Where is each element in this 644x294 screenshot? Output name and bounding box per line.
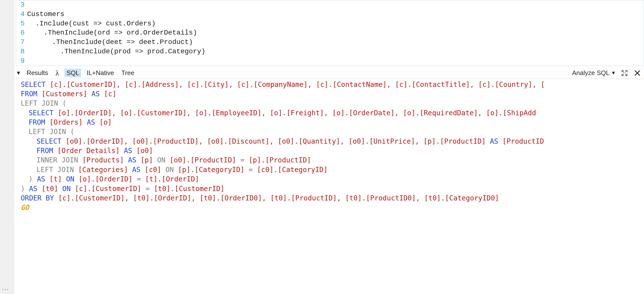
tab-tree[interactable]: Tree — [120, 69, 136, 77]
sql-keyword: AS — [490, 137, 502, 145]
gutter-ellipsis[interactable]: ... — [2, 284, 9, 291]
sql-punct: ( — [70, 128, 74, 136]
sql-keyword: LEFT JOIN — [21, 99, 62, 107]
line-number: 3 — [20, 0, 25, 10]
code-line: Customers — [27, 10, 206, 19]
sql-line: FROM [Customers] AS [c] — [21, 89, 644, 99]
code-line: .ThenInclude(deet => deet.Product) — [27, 38, 206, 47]
line-number: 5 — [20, 19, 25, 28]
sql-keyword: SELECT — [36, 137, 66, 145]
sql-identifier: [o0].[ProductID] — [170, 156, 240, 164]
sql-identifier: [o0].[OrderID], [o0].[ProductID], [o0].[… — [66, 137, 490, 145]
sql-punct: = — [240, 156, 249, 164]
sql-identifier: [Customers] — [42, 90, 91, 98]
tab-il-native[interactable]: IL+Native — [85, 69, 116, 77]
sql-keyword: AS — [128, 156, 141, 164]
sql-keyword: ON — [157, 156, 170, 164]
sql-keyword: AS — [124, 147, 136, 155]
sql-identifier: [p] — [140, 156, 157, 164]
sql-line: SELECT [o].[OrderID], [o].[CustomerID], … — [21, 108, 644, 118]
code-line: .ThenInclude(ord => ord.OrderDetails) — [27, 28, 206, 38]
code-line — [27, 0, 206, 10]
line-number: 8 — [20, 47, 25, 56]
sql-line: LEFT JOIN ( — [21, 99, 644, 108]
sql-identifier: [Categories] — [78, 166, 132, 174]
sql-identifier: [t0] — [42, 185, 62, 193]
collapse-icon[interactable]: ▼ — [16, 70, 21, 76]
sql-line: ) AS [t] ON [o].[OrderID] = [t].[OrderID… — [21, 175, 644, 184]
sql-keyword: AS — [37, 175, 50, 183]
code-line — [27, 56, 206, 66]
close-icon[interactable] — [633, 69, 642, 77]
sql-keyword: ON — [166, 166, 178, 174]
sql-line: LEFT JOIN ( — [21, 127, 644, 137]
sql-keyword: ON — [66, 175, 79, 183]
sql-keyword: ON — [62, 185, 75, 193]
sql-identifier: [o].[OrderID] — [78, 175, 137, 183]
code-content[interactable]: Customers .Include(cust => cust.Orders) … — [27, 0, 206, 66]
sql-line: ) AS [t0] ON [c].[CustomerID] = [t0].[Cu… — [21, 184, 644, 193]
line-number: 6 — [20, 28, 25, 38]
sql-line: FROM [Order Details] AS [o0] — [21, 146, 644, 156]
sql-keyword: AS — [92, 90, 104, 98]
sql-line: INNER JOIN [Products] AS [p] ON [o0].[Pr… — [21, 156, 644, 165]
sql-identifier: [c] — [104, 90, 116, 98]
sql-keyword: LEFT JOIN — [28, 128, 70, 136]
sql-line: FROM [Orders] AS [o] — [21, 118, 644, 127]
sql-identifier: [t] — [49, 175, 66, 183]
sql-keyword: AS — [87, 118, 100, 126]
sql-identifier: [Orders] — [49, 118, 87, 126]
sql-identifier: [Order Details] — [57, 147, 124, 155]
sql-go: GO — [21, 203, 29, 211]
sql-output-pane[interactable]: SELECT [c].[CustomerID], [c].[Address], … — [14, 79, 644, 212]
sql-identifier: [c0] — [144, 166, 165, 174]
sql-punct: ) — [28, 175, 37, 183]
tab-sql[interactable]: SQL — [64, 69, 81, 77]
sql-punct: ) — [21, 185, 29, 193]
sql-punct: = — [146, 185, 154, 193]
tab-results[interactable]: Results — [25, 69, 50, 77]
sql-identifier: [p].[ProductID] — [249, 156, 311, 164]
sql-line: ORDER BY [c].[CustomerID], [t0].[OrderID… — [21, 193, 644, 203]
sql-punct: ( — [62, 99, 66, 107]
sql-line: LEFT JOIN [Categories] AS [c0] ON [p].[C… — [21, 165, 644, 175]
sql-identifier: [Products] — [82, 156, 128, 164]
sql-line: GO — [21, 203, 644, 212]
sql-keyword: AS — [132, 166, 145, 174]
sql-punct: = — [249, 166, 257, 174]
results-tab-bar: ▼ Results λ SQL IL+Native Tree Analyze S… — [14, 67, 644, 79]
tab-lambda[interactable]: λ — [54, 68, 61, 78]
sql-keyword: INNER JOIN — [36, 156, 82, 164]
sql-identifier: [o].[OrderID], [o].[CustomerID], [o].[Em… — [58, 109, 536, 117]
sql-keyword: SELECT — [21, 81, 50, 89]
sql-punct: = — [137, 175, 145, 183]
sql-identifier: [t].[OrderID] — [145, 175, 199, 183]
analyze-sql-label: Analyze SQL — [572, 69, 610, 77]
code-editor[interactable]: 3456789 Customers .Include(cust => cust.… — [16, 0, 644, 66]
sql-identifier: [o] — [100, 118, 112, 126]
sql-identifier: [c0].[CategoryID] — [257, 166, 328, 174]
sql-line: SELECT [o0].[OrderID], [o0].[ProductID],… — [21, 137, 644, 146]
sql-keyword: AS — [29, 185, 42, 193]
sql-identifier: [t0].[CustomerID] — [154, 185, 224, 193]
code-line: .Include(cust => cust.Orders) — [27, 19, 206, 28]
expand-icon[interactable] — [620, 69, 629, 77]
chevron-down-icon: ▼ — [611, 70, 616, 76]
sql-keyword: FROM — [28, 118, 49, 126]
line-number: 4 — [20, 10, 25, 19]
sql-line: SELECT [c].[CustomerID], [c].[Address], … — [21, 80, 644, 89]
analyze-sql-dropdown[interactable]: Analyze SQL ▼ — [572, 69, 616, 77]
sql-keyword: ORDER BY — [21, 194, 58, 202]
sql-keyword: LEFT JOIN — [36, 166, 78, 174]
line-number: 9 — [20, 56, 25, 66]
sql-keyword: SELECT — [28, 109, 58, 117]
sql-keyword: FROM — [21, 90, 42, 98]
line-number-gutter: 3456789 — [16, 0, 27, 66]
sql-identifier: [c].[CustomerID], [t0].[OrderID], [t0].[… — [58, 194, 499, 202]
sql-identifier: [p].[CategoryID] — [178, 166, 249, 174]
sql-identifier: [ProductID — [502, 137, 544, 145]
sql-identifier: [c].[CustomerID] — [75, 185, 146, 193]
left-gutter: ... — [0, 0, 14, 294]
sql-identifier: [c].[CustomerID], [c].[Address], [c].[Ci… — [50, 81, 545, 89]
code-line: .ThenInclude(prod => prod.Category) — [27, 47, 206, 56]
